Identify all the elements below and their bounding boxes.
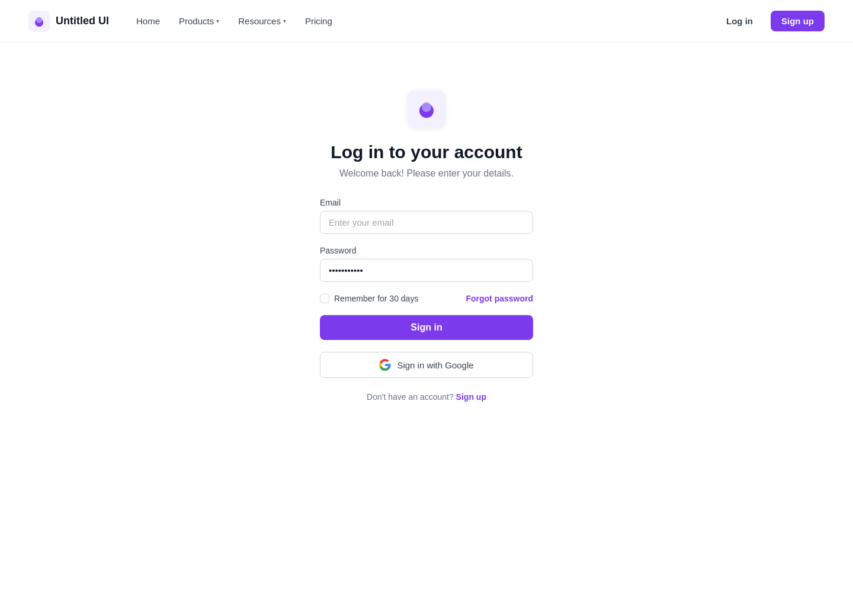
nav-products[interactable]: Products ▾ [171, 11, 227, 31]
login-form: Email Password Remember for 30 days Forg… [320, 198, 533, 402]
google-icon [379, 359, 391, 371]
products-chevron-icon: ▾ [216, 18, 219, 24]
login-button[interactable]: Log in [716, 11, 764, 31]
brand-logo [28, 11, 50, 32]
nav-links: Home Products ▾ Resources ▾ Pricing [128, 11, 341, 31]
navbar-left: Untitled UI Home Products ▾ Resources ▾ … [28, 11, 341, 32]
brand-name: Untitled UI [56, 15, 109, 27]
sign-in-button[interactable]: Sign in [320, 315, 533, 340]
email-input[interactable] [320, 211, 533, 234]
nav-home[interactable]: Home [128, 11, 168, 31]
login-title: Log in to your account [331, 142, 522, 162]
nav-pricing[interactable]: Pricing [297, 11, 341, 31]
main-content: Log in to your account Welcome back! Ple… [0, 43, 853, 402]
login-subtitle: Welcome back! Please enter your details. [339, 168, 514, 179]
nav-resources[interactable]: Resources ▾ [230, 11, 294, 31]
remember-me-label[interactable]: Remember for 30 days [320, 294, 418, 303]
email-group: Email [320, 198, 533, 234]
signup-prompt: Don't have an account? Sign up [320, 392, 533, 402]
form-options: Remember for 30 days Forgot password [320, 294, 533, 303]
email-label: Email [320, 198, 533, 207]
password-group: Password [320, 246, 533, 282]
resources-chevron-icon: ▾ [283, 18, 286, 24]
forgot-password-link[interactable]: Forgot password [466, 294, 533, 303]
signup-button[interactable]: Sign up [771, 11, 825, 31]
app-logo [408, 90, 445, 128]
signup-link[interactable]: Sign up [456, 392, 486, 402]
navbar: Untitled UI Home Products ▾ Resources ▾ … [0, 0, 853, 43]
remember-checkbox[interactable] [320, 294, 329, 303]
navbar-right: Log in Sign up [716, 11, 825, 31]
brand-logo-link[interactable]: Untitled UI [28, 11, 109, 32]
google-signin-button[interactable]: Sign in with Google [320, 352, 533, 378]
svg-point-1 [36, 17, 42, 23]
password-input[interactable] [320, 259, 533, 282]
svg-point-3 [422, 102, 431, 112]
password-label: Password [320, 246, 533, 255]
